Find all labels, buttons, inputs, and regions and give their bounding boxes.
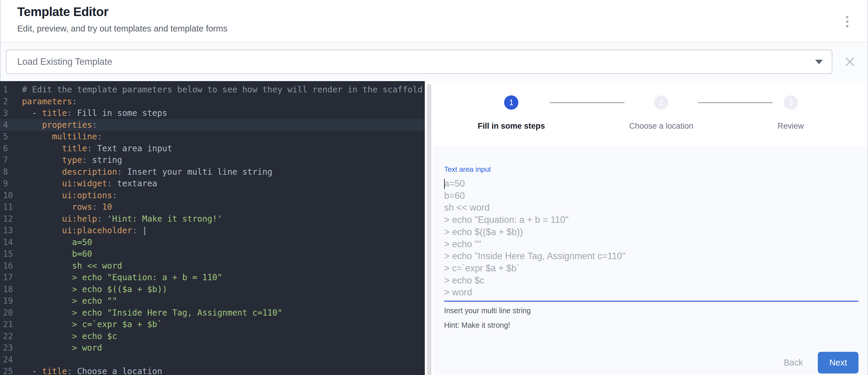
step-3-number: 3 bbox=[788, 98, 793, 107]
editor-line-3[interactable]: 3 - title: Fill in some steps bbox=[0, 107, 425, 119]
editor-scrollbar-thumb[interactable] bbox=[427, 84, 431, 375]
editor-line-18[interactable]: 18 > echo $(($a + $b)) bbox=[0, 283, 425, 295]
editor-line-number: 9 bbox=[0, 178, 22, 190]
step-connector bbox=[550, 102, 624, 103]
editor-line-9[interactable]: 9 ui:widget: textarea bbox=[0, 178, 425, 190]
editor-lines: 1# Edit the template parameters below to… bbox=[0, 84, 425, 375]
editor-line-24[interactable]: 24 bbox=[0, 354, 425, 366]
editor-line-number: 16 bbox=[0, 260, 22, 272]
editor-line-16[interactable]: 16 sh << word bbox=[0, 260, 425, 272]
editor-line-number: 25 bbox=[0, 366, 22, 375]
editor-line-code: > echo "Inside Here Tag, Assignment c=11… bbox=[22, 307, 282, 319]
step-1-label: Fill in some steps bbox=[478, 122, 545, 131]
back-button[interactable]: Back bbox=[777, 358, 810, 368]
step-3-indicator: 3 bbox=[784, 95, 798, 110]
template-editor-page: Template Editor Edit, preview, and try o… bbox=[0, 0, 868, 375]
editor-line-5[interactable]: 5 multiline: bbox=[0, 131, 425, 143]
editor-line-number: 13 bbox=[0, 225, 22, 237]
page-subtitle: Edit, preview, and try out templates and… bbox=[17, 24, 227, 34]
editor-line-number: 8 bbox=[0, 166, 22, 178]
step-2-label: Choose a location bbox=[629, 122, 693, 131]
editor-line-code: > echo $c bbox=[22, 331, 117, 342]
editor-scrollbar-track[interactable] bbox=[425, 81, 433, 375]
editor-line-number: 12 bbox=[0, 213, 22, 225]
close-icon bbox=[844, 56, 856, 67]
editor-line-10[interactable]: 10 ui:options: bbox=[0, 190, 425, 201]
field-underline bbox=[444, 178, 859, 302]
editor-line-code: sh << word bbox=[22, 260, 122, 272]
page-header: Template Editor Edit, preview, and try o… bbox=[0, 0, 867, 42]
editor-line-number: 17 bbox=[0, 272, 22, 283]
form-section: Text area input Insert your multi line s… bbox=[433, 146, 867, 375]
editor-line-19[interactable]: 19 > echo "" bbox=[0, 295, 425, 307]
editor-line-number: 20 bbox=[0, 307, 22, 319]
editor-line-code: > echo "Equation: a + b = 110" bbox=[22, 272, 222, 283]
load-template-toolbar: Load Existing Template bbox=[0, 42, 867, 81]
editor-line-code: - title: Fill in some steps bbox=[22, 107, 167, 119]
load-existing-template-select[interactable]: Load Existing Template bbox=[6, 50, 832, 74]
editor-line-code: - title: Choose a location bbox=[22, 366, 162, 375]
dropdown-caret-icon bbox=[815, 60, 823, 64]
page-title: Template Editor bbox=[17, 5, 227, 19]
editor-line-code: parameters: bbox=[22, 96, 77, 107]
kebab-dot bbox=[846, 21, 848, 23]
editor-line-15[interactable]: 15 b=60 bbox=[0, 248, 425, 260]
editor-line-number: 3 bbox=[0, 107, 22, 119]
editor-line-number: 15 bbox=[0, 248, 22, 260]
editor-line-22[interactable]: 22 > echo $c bbox=[0, 331, 425, 342]
editor-line-code: rows: 10 bbox=[22, 201, 112, 213]
editor-line-23[interactable]: 23 > word bbox=[0, 342, 425, 354]
editor-line-21[interactable]: 21 > c=`expr $a + $b` bbox=[0, 318, 425, 331]
editor-line-11[interactable]: 11 rows: 10 bbox=[0, 201, 425, 213]
editor-line-7[interactable]: 7 type: string bbox=[0, 154, 425, 166]
editor-line-code: # Edit the template parameters below to … bbox=[22, 84, 423, 96]
editor-line-13[interactable]: 13 ui:placeholder: | bbox=[0, 225, 425, 237]
editor-line-17[interactable]: 17 > echo "Equation: a + b = 110" bbox=[0, 272, 425, 283]
editor-line-code: ui:widget: textarea bbox=[22, 178, 157, 190]
editor-line-2[interactable]: 2parameters: bbox=[0, 96, 425, 107]
editor-line-number: 19 bbox=[0, 295, 22, 307]
editor-line-number: 2 bbox=[0, 96, 22, 107]
editor-line-14[interactable]: 14 a=50 bbox=[0, 237, 425, 248]
step-2-indicator: 2 bbox=[654, 95, 669, 110]
editor-line-20[interactable]: 20 > echo "Inside Here Tag, Assignment c… bbox=[0, 307, 425, 319]
editor-line-1[interactable]: 1# Edit the template parameters below to… bbox=[0, 84, 425, 96]
editor-line-4[interactable]: 4 properties: bbox=[0, 119, 425, 131]
editor-line-code: ui:options: bbox=[22, 190, 117, 201]
editor-line-12[interactable]: 12 ui:help: 'Hint: Make it strong!' bbox=[0, 213, 425, 225]
editor-line-code: > echo "" bbox=[22, 295, 117, 307]
form-preview-panel: 1 Fill in some steps 2 Choose a location… bbox=[433, 81, 867, 375]
step-connector bbox=[698, 102, 773, 103]
yaml-code-editor[interactable]: 1# Edit the template parameters below to… bbox=[0, 81, 425, 375]
editor-line-code: title: Text area input bbox=[22, 143, 172, 155]
clear-template-button[interactable] bbox=[843, 55, 857, 69]
editor-line-code: b=60 bbox=[22, 248, 92, 260]
kebab-dot bbox=[846, 16, 848, 19]
step-2-number: 2 bbox=[659, 98, 663, 107]
editor-line-number: 5 bbox=[0, 131, 22, 143]
select-placeholder: Load Existing Template bbox=[17, 57, 112, 67]
editor-line-code: > echo $(($a + $b)) bbox=[22, 283, 167, 295]
editor-line-6[interactable]: 6 title: Text area input bbox=[0, 143, 425, 155]
editor-line-25[interactable]: 25 - title: Choose a location bbox=[0, 366, 425, 375]
editor-line-code: multiline: bbox=[22, 131, 102, 143]
header-text: Template Editor Edit, preview, and try o… bbox=[1, 0, 227, 34]
editor-line-number: 23 bbox=[0, 342, 22, 354]
more-options-button[interactable] bbox=[845, 15, 849, 29]
editor-line-number: 24 bbox=[0, 354, 22, 366]
editor-line-number: 21 bbox=[0, 318, 22, 331]
multiline-textarea[interactable] bbox=[444, 178, 859, 301]
field-description: Insert your multi line string bbox=[444, 306, 859, 315]
stepper: 1 Fill in some steps 2 Choose a location… bbox=[433, 81, 867, 146]
step-1-indicator: 1 bbox=[504, 95, 518, 110]
editor-line-number: 7 bbox=[0, 154, 22, 166]
next-button[interactable]: Next bbox=[818, 352, 859, 374]
editor-line-code: description: Insert your multi line stri… bbox=[22, 166, 272, 178]
step-3-label: Review bbox=[777, 122, 804, 131]
stepper-step-3: 3 Review bbox=[777, 95, 804, 131]
editor-line-number: 10 bbox=[0, 190, 22, 201]
editor-line-code: ui:placeholder: | bbox=[22, 225, 147, 237]
editor-line-8[interactable]: 8 description: Insert your multi line st… bbox=[0, 166, 425, 178]
editor-line-number: 22 bbox=[0, 331, 22, 342]
editor-line-code: > word bbox=[22, 342, 102, 354]
